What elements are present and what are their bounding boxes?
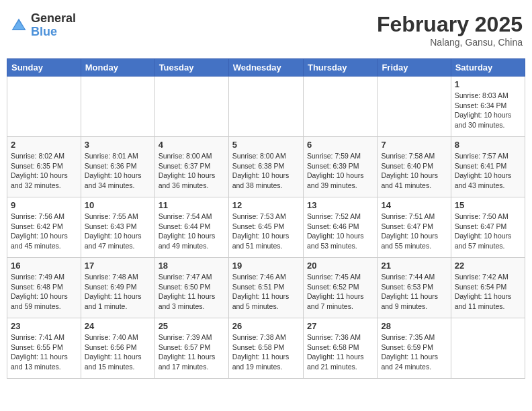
day-number: 12 xyxy=(232,200,300,210)
day-info: Sunrise: 7:36 AM Sunset: 6:58 PM Dayligh… xyxy=(307,332,373,372)
day-cell: 9Sunrise: 7:56 AM Sunset: 6:42 PM Daylig… xyxy=(7,197,81,258)
day-info: Sunrise: 7:52 AM Sunset: 6:46 PM Dayligh… xyxy=(307,212,373,251)
day-info: Sunrise: 7:49 AM Sunset: 6:48 PM Dayligh… xyxy=(11,272,77,312)
col-header-friday: Friday xyxy=(378,59,451,77)
col-header-sunday: Sunday xyxy=(7,59,81,77)
day-number: 4 xyxy=(159,140,225,150)
day-cell: 21Sunrise: 7:44 AM Sunset: 6:53 PM Dayli… xyxy=(378,258,451,318)
day-number: 8 xyxy=(455,140,521,150)
day-cell: 22Sunrise: 7:42 AM Sunset: 6:54 PM Dayli… xyxy=(451,258,525,318)
day-number: 17 xyxy=(85,261,151,271)
day-info: Sunrise: 7:51 AM Sunset: 6:47 PM Dayligh… xyxy=(381,212,447,251)
day-info: Sunrise: 8:01 AM Sunset: 6:36 PM Dayligh… xyxy=(85,151,151,191)
day-info: Sunrise: 7:59 AM Sunset: 6:39 PM Dayligh… xyxy=(307,151,373,191)
day-number: 10 xyxy=(85,200,151,210)
calendar: SundayMondayTuesdayWednesdayThursdayFrid… xyxy=(7,58,525,379)
day-info: Sunrise: 7:45 AM Sunset: 6:52 PM Dayligh… xyxy=(307,272,373,312)
day-cell: 7Sunrise: 7:58 AM Sunset: 6:40 PM Daylig… xyxy=(378,137,451,197)
day-cell: 15Sunrise: 7:50 AM Sunset: 6:47 PM Dayli… xyxy=(451,197,525,258)
day-number: 22 xyxy=(455,261,521,271)
day-cell: 18Sunrise: 7:47 AM Sunset: 6:50 PM Dayli… xyxy=(154,258,228,318)
day-cell: 13Sunrise: 7:52 AM Sunset: 6:46 PM Dayli… xyxy=(303,197,377,258)
week-row-2: 9Sunrise: 7:56 AM Sunset: 6:42 PM Daylig… xyxy=(7,197,525,258)
day-info: Sunrise: 7:40 AM Sunset: 6:56 PM Dayligh… xyxy=(85,332,151,372)
day-info: Sunrise: 7:55 AM Sunset: 6:43 PM Dayligh… xyxy=(85,212,151,251)
month-title: February 2025 xyxy=(377,12,523,37)
day-cell: 26Sunrise: 7:38 AM Sunset: 6:58 PM Dayli… xyxy=(228,318,303,379)
logo: General Blue xyxy=(9,12,76,39)
day-cell: 19Sunrise: 7:46 AM Sunset: 6:51 PM Dayli… xyxy=(228,258,303,318)
day-info: Sunrise: 7:53 AM Sunset: 6:45 PM Dayligh… xyxy=(232,212,300,251)
day-cell xyxy=(154,77,228,137)
day-cell: 3Sunrise: 8:01 AM Sunset: 6:36 PM Daylig… xyxy=(81,137,154,197)
day-info: Sunrise: 7:50 AM Sunset: 6:47 PM Dayligh… xyxy=(455,212,521,251)
day-cell: 23Sunrise: 7:41 AM Sunset: 6:55 PM Dayli… xyxy=(7,318,81,379)
day-number: 5 xyxy=(232,140,300,150)
day-number: 19 xyxy=(232,261,300,271)
day-cell: 4Sunrise: 8:00 AM Sunset: 6:37 PM Daylig… xyxy=(154,137,228,197)
col-header-tuesday: Tuesday xyxy=(154,59,228,77)
day-number: 18 xyxy=(159,261,225,271)
day-cell: 17Sunrise: 7:48 AM Sunset: 6:49 PM Dayli… xyxy=(81,258,154,318)
day-info: Sunrise: 7:39 AM Sunset: 6:57 PM Dayligh… xyxy=(159,332,225,372)
week-row-1: 2Sunrise: 8:02 AM Sunset: 6:35 PM Daylig… xyxy=(7,137,525,197)
day-cell: 11Sunrise: 7:54 AM Sunset: 6:44 PM Dayli… xyxy=(154,197,228,258)
day-cell: 14Sunrise: 7:51 AM Sunset: 6:47 PM Dayli… xyxy=(378,197,451,258)
day-info: Sunrise: 7:47 AM Sunset: 6:50 PM Dayligh… xyxy=(159,272,225,312)
day-number: 16 xyxy=(11,261,77,271)
day-info: Sunrise: 7:41 AM Sunset: 6:55 PM Dayligh… xyxy=(11,332,77,372)
day-info: Sunrise: 8:03 AM Sunset: 6:34 PM Dayligh… xyxy=(455,91,521,130)
page-header: General Blue February 2025 Nalang, Gansu… xyxy=(7,7,525,53)
day-number: 9 xyxy=(11,200,77,210)
day-cell: 24Sunrise: 7:40 AM Sunset: 6:56 PM Dayli… xyxy=(81,318,154,379)
week-row-0: 1Sunrise: 8:03 AM Sunset: 6:34 PM Daylig… xyxy=(7,77,525,137)
week-row-3: 16Sunrise: 7:49 AM Sunset: 6:48 PM Dayli… xyxy=(7,258,525,318)
logo-icon xyxy=(9,16,28,35)
logo-blue: Blue xyxy=(31,26,76,39)
day-cell: 20Sunrise: 7:45 AM Sunset: 6:52 PM Dayli… xyxy=(303,258,377,318)
day-cell: 16Sunrise: 7:49 AM Sunset: 6:48 PM Dayli… xyxy=(7,258,81,318)
day-cell: 12Sunrise: 7:53 AM Sunset: 6:45 PM Dayli… xyxy=(228,197,303,258)
day-number: 11 xyxy=(159,200,225,210)
title-area: February 2025 Nalang, Gansu, China xyxy=(377,12,523,48)
day-cell: 27Sunrise: 7:36 AM Sunset: 6:58 PM Dayli… xyxy=(303,318,377,379)
day-number: 3 xyxy=(85,140,151,150)
col-header-wednesday: Wednesday xyxy=(228,59,303,77)
day-cell xyxy=(378,77,451,137)
day-number: 28 xyxy=(381,321,447,331)
day-info: Sunrise: 8:02 AM Sunset: 6:35 PM Dayligh… xyxy=(11,151,77,191)
day-number: 15 xyxy=(455,200,521,210)
day-info: Sunrise: 7:48 AM Sunset: 6:49 PM Dayligh… xyxy=(85,272,151,312)
day-cell: 8Sunrise: 7:57 AM Sunset: 6:41 PM Daylig… xyxy=(451,137,525,197)
day-cell: 28Sunrise: 7:35 AM Sunset: 6:59 PM Dayli… xyxy=(378,318,451,379)
day-info: Sunrise: 7:54 AM Sunset: 6:44 PM Dayligh… xyxy=(159,212,225,251)
day-number: 27 xyxy=(307,321,373,331)
day-number: 7 xyxy=(381,140,447,150)
day-number: 6 xyxy=(307,140,373,150)
logo-text: General Blue xyxy=(31,12,76,39)
day-number: 1 xyxy=(455,79,521,89)
day-cell: 1Sunrise: 8:03 AM Sunset: 6:34 PM Daylig… xyxy=(451,77,525,137)
col-header-thursday: Thursday xyxy=(303,59,377,77)
day-info: Sunrise: 8:00 AM Sunset: 6:38 PM Dayligh… xyxy=(232,151,300,191)
day-info: Sunrise: 8:00 AM Sunset: 6:37 PM Dayligh… xyxy=(159,151,225,191)
day-cell: 6Sunrise: 7:59 AM Sunset: 6:39 PM Daylig… xyxy=(303,137,377,197)
day-info: Sunrise: 7:46 AM Sunset: 6:51 PM Dayligh… xyxy=(232,272,300,312)
day-info: Sunrise: 7:44 AM Sunset: 6:53 PM Dayligh… xyxy=(381,272,447,312)
week-row-4: 23Sunrise: 7:41 AM Sunset: 6:55 PM Dayli… xyxy=(7,318,525,379)
calendar-header-row: SundayMondayTuesdayWednesdayThursdayFrid… xyxy=(7,59,525,77)
day-number: 14 xyxy=(381,200,447,210)
day-info: Sunrise: 7:42 AM Sunset: 6:54 PM Dayligh… xyxy=(455,272,521,312)
day-cell xyxy=(303,77,377,137)
day-number: 23 xyxy=(11,321,77,331)
day-number: 21 xyxy=(381,261,447,271)
day-info: Sunrise: 7:38 AM Sunset: 6:58 PM Dayligh… xyxy=(232,332,300,372)
day-cell xyxy=(81,77,154,137)
day-number: 13 xyxy=(307,200,373,210)
day-info: Sunrise: 7:35 AM Sunset: 6:59 PM Dayligh… xyxy=(381,332,447,372)
day-number: 20 xyxy=(307,261,373,271)
day-cell xyxy=(7,77,81,137)
day-cell: 5Sunrise: 8:00 AM Sunset: 6:38 PM Daylig… xyxy=(228,137,303,197)
day-info: Sunrise: 7:58 AM Sunset: 6:40 PM Dayligh… xyxy=(381,151,447,191)
col-header-saturday: Saturday xyxy=(451,59,525,77)
